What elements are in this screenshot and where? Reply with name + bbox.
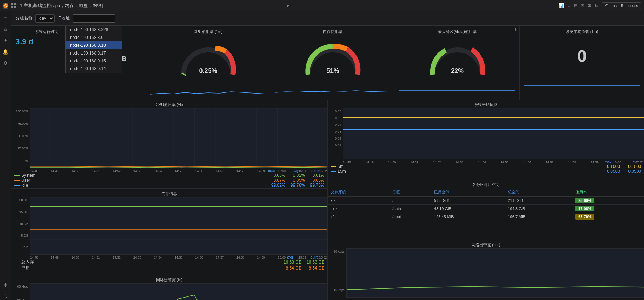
mem-x10: 14:58 bbox=[236, 256, 245, 259]
fs-col-fs: 文件系统 bbox=[328, 188, 390, 197]
fs-row0-pct: 25.60% bbox=[572, 197, 644, 205]
cpu-x13: 15:01 bbox=[298, 169, 307, 173]
dropdown-item-5[interactable]: node-190.168.0.14 bbox=[66, 65, 122, 73]
mem-gauge-title: 内存使用率 bbox=[275, 29, 391, 34]
svg-rect-5 bbox=[14, 6, 16, 8]
cpu-user-current: 0.05% bbox=[305, 178, 325, 183]
mem-legend-used: 已用 bbox=[14, 265, 30, 271]
right-charts: 系统平均负载 0.06 0.05 0.04 0.03 0.02 0.01 0 bbox=[328, 100, 644, 300]
net-in-title: 网络进带宽 (in) bbox=[11, 275, 327, 283]
load-x9: 14:57 bbox=[546, 160, 554, 164]
load-x13: 15:01 bbox=[636, 160, 644, 164]
cpu-chart-title: CPU使用率 (%) bbox=[11, 100, 327, 108]
cpu-x11: 14:59 bbox=[257, 169, 265, 173]
settings-icon[interactable]: ⚙ bbox=[587, 3, 592, 8]
fs-row1-pct: 17.08% bbox=[572, 205, 644, 213]
mem-x1: 14:49 bbox=[51, 256, 59, 259]
mem-x14: 15:02 bbox=[319, 256, 327, 259]
net-in-y1: 50 kbps bbox=[17, 299, 28, 300]
load-x12: 15:00 bbox=[613, 160, 621, 164]
net-out-y1: 15 kbps bbox=[334, 288, 345, 292]
avg-load-title: 系统平均负载 (1m) bbox=[524, 29, 640, 34]
fs-row2-partition: /boot bbox=[389, 213, 431, 221]
svg-text:22%: 22% bbox=[451, 67, 463, 74]
cpu-x1: 14:49 bbox=[51, 169, 59, 173]
avg-load-value: 0 bbox=[524, 46, 640, 66]
ip-label: IP地址 bbox=[57, 15, 70, 21]
mem-x7: 14:55 bbox=[175, 256, 183, 259]
fs-table: 文件系统 分区 已用空间 总空间 使用率 xfs / 5.58 GiB 21.8 bbox=[328, 188, 644, 221]
fs-row0-total: 21.8 GiB bbox=[505, 197, 572, 205]
cpu-x8: 14:56 bbox=[195, 169, 203, 173]
cpu-gauge-svg: 0.25% bbox=[176, 39, 240, 82]
mem-legend-total: 总内存 bbox=[14, 259, 34, 265]
left-charts: CPU使用率 (%) 100.00% 75.00% 50.00% 25.00% … bbox=[11, 100, 328, 300]
load-y5: 0.01 bbox=[335, 143, 341, 147]
sidebar-item-add[interactable]: ✚ bbox=[2, 282, 9, 289]
dropdown-item-2[interactable]: node-190.168.0.18 bbox=[66, 41, 122, 49]
left-sidebar: ☰ ⌂ ✦ 🔔 ⚙ ✚ 🛡 bbox=[0, 11, 11, 300]
mem-y3: 5 GB bbox=[21, 234, 28, 237]
disk-gauge-svg: 22% bbox=[426, 39, 489, 82]
load-15m-label: 15m bbox=[338, 169, 346, 174]
monitor-icon[interactable]: 🖥 bbox=[594, 3, 599, 8]
fs-row1-partition: /data bbox=[389, 205, 431, 213]
svg-text:G: G bbox=[4, 4, 7, 8]
fs-row0-fs: xfs bbox=[328, 197, 390, 205]
dropdown-item-3[interactable]: node-190.168.0.17 bbox=[66, 49, 122, 57]
time-range-badge[interactable]: ⏱ Last 15 minutes bbox=[602, 2, 641, 9]
load-x7: 14:55 bbox=[501, 160, 509, 164]
sidebar-item-security[interactable]: 🛡 bbox=[2, 293, 9, 300]
svg-text:51%: 51% bbox=[326, 67, 339, 74]
cpu-system-avg: 0.02% bbox=[286, 173, 305, 178]
sidebar-item-home[interactable]: ⌂ bbox=[2, 26, 9, 33]
mem-total-current: 16.63 GB bbox=[302, 260, 325, 265]
share-icon[interactable]: ⊞ bbox=[574, 3, 578, 8]
chart-icon[interactable]: 📊 bbox=[558, 3, 564, 8]
mem-x13: 15:01 bbox=[298, 256, 307, 259]
dropdown-item-4[interactable]: node-190.168.0.15 bbox=[66, 57, 122, 65]
cpu-system-current: 0.01% bbox=[305, 173, 325, 178]
ip-input[interactable] bbox=[73, 14, 115, 23]
mem-sparkline bbox=[275, 85, 391, 96]
cpu-user-avg: 0.05% bbox=[286, 178, 305, 183]
mem-total-avg: 16.63 GB bbox=[279, 260, 302, 265]
mem-x12: 15:00 bbox=[278, 256, 286, 259]
svg-rect-4 bbox=[11, 6, 13, 8]
load-x4: 14:52 bbox=[433, 160, 441, 164]
dropdown-item-1[interactable]: node-190.168.3.0 bbox=[66, 34, 122, 41]
svg-rect-2 bbox=[11, 3, 13, 5]
sidebar-item-alerts[interactable]: 🔔 bbox=[2, 48, 9, 55]
fs-row2-used: 125.45 MiB bbox=[431, 213, 505, 221]
cpu-gauge-title: CPU使用率 (1m) bbox=[150, 29, 266, 34]
fs-table-title: 各分区可用空间 bbox=[328, 180, 644, 188]
cpu-x10: 14:58 bbox=[236, 169, 245, 173]
dropdown-item-0[interactable]: node-190.168.3.228 bbox=[66, 26, 122, 34]
cpu-legend-idle: Idle bbox=[14, 183, 28, 188]
load-x3: 14:51 bbox=[410, 160, 418, 164]
fs-row2-pct: 63.79% bbox=[572, 213, 644, 221]
sidebar-item-menu[interactable]: ☰ bbox=[2, 14, 9, 21]
grafana-grid-icon bbox=[11, 3, 17, 9]
cpu-y3: 25.00% bbox=[17, 147, 28, 150]
star-icon[interactable]: ☆ bbox=[567, 3, 571, 8]
cpu-x0: 14:48 bbox=[30, 169, 38, 173]
load-y6: 0 bbox=[339, 150, 341, 154]
net-in-y0: 60 kbps bbox=[17, 285, 28, 288]
sidebar-item-explore[interactable]: ✦ bbox=[2, 37, 9, 44]
load-5m-label: 5m bbox=[338, 164, 344, 169]
ip-dropdown: node-190.168.3.228 node-190.168.3.0 node… bbox=[65, 26, 122, 73]
group-select[interactable]: dev bbox=[35, 14, 55, 23]
load-y4: 0.02 bbox=[335, 137, 341, 140]
dropdown-arrow-icon[interactable]: ▼ bbox=[286, 3, 290, 8]
fs-table-section: 各分区可用空间 文件系统 分区 已用空间 总空间 使用率 xfs bbox=[328, 180, 644, 240]
charts-area: CPU使用率 (%) 100.00% 75.00% 50.00% 25.00% … bbox=[11, 100, 644, 300]
link-icon[interactable]: ⊡ bbox=[581, 3, 585, 8]
fs-col-total: 总空间 bbox=[505, 188, 572, 197]
load-x5: 14:53 bbox=[456, 160, 464, 164]
load-y2: 0.04 bbox=[335, 123, 341, 126]
load-x0: 14:48 bbox=[343, 160, 351, 164]
net-out-chart-section: 网络出带宽 (out) 20 kbps 15 kbps bbox=[328, 240, 644, 300]
fs-col-pct: 使用率 bbox=[572, 188, 644, 197]
sidebar-item-settings[interactable]: ⚙ bbox=[2, 60, 9, 67]
